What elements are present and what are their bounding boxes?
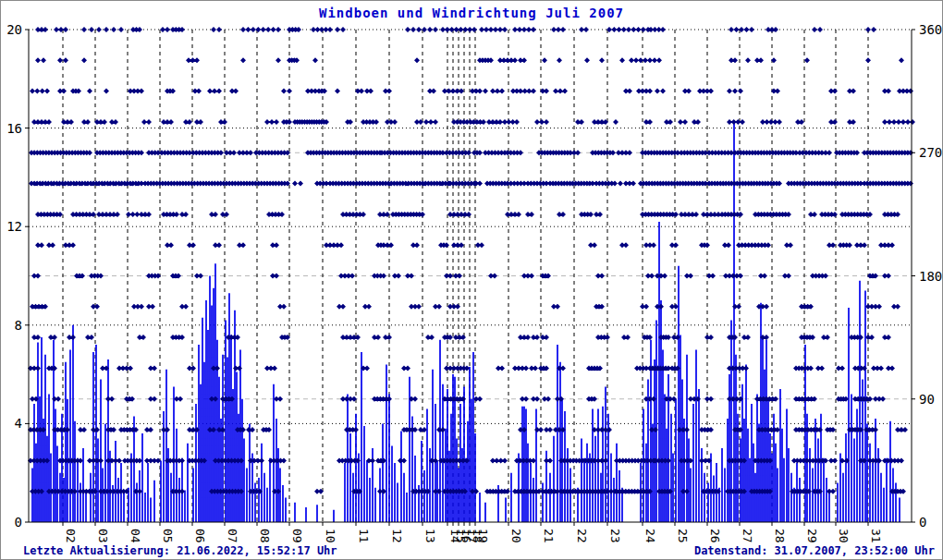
svg-text:09: 09 — [290, 529, 304, 543]
svg-text:13: 13 — [423, 529, 437, 543]
svg-text:12: 12 — [6, 219, 22, 234]
svg-text:12: 12 — [390, 529, 404, 543]
svg-text:23: 23 — [608, 529, 622, 543]
svg-text:30: 30 — [837, 529, 851, 543]
svg-text:29: 29 — [805, 529, 819, 543]
svg-text:26: 26 — [708, 529, 722, 543]
svg-text:02: 02 — [64, 529, 78, 543]
last-update-label: Letzte Aktualisierung: 21.06.2022, 15:52… — [23, 544, 337, 557]
svg-text:11: 11 — [357, 529, 371, 543]
svg-text:0: 0 — [919, 515, 926, 530]
svg-text:05: 05 — [161, 529, 175, 543]
svg-text:0: 0 — [15, 515, 22, 530]
svg-text:90: 90 — [919, 392, 935, 407]
svg-text:03: 03 — [96, 529, 110, 543]
svg-text:06: 06 — [193, 529, 207, 543]
day-axis-labels: 0203040506070809101112131415161718192021… — [64, 529, 883, 543]
svg-text:270: 270 — [919, 145, 942, 160]
svg-text:24: 24 — [643, 529, 657, 543]
svg-text:31: 31 — [869, 529, 883, 543]
svg-text:16: 16 — [6, 121, 22, 136]
svg-text:10: 10 — [324, 529, 337, 543]
left-axis-labels: 048121620 — [6, 22, 22, 530]
svg-text:4: 4 — [15, 416, 22, 431]
svg-text:19: 19 — [476, 529, 490, 543]
svg-text:27: 27 — [741, 529, 754, 543]
wind-chart-canvas: 0481216200901802703600203040506070809101… — [1, 1, 943, 560]
svg-text:8: 8 — [15, 318, 22, 333]
chart-panel: Windboen und Windrichtung Juli 2007 0481… — [0, 0, 943, 560]
svg-text:22: 22 — [575, 529, 589, 543]
data-status-label: Datenstand: 31.07.2007, 23:52:00 Uhr — [694, 544, 935, 557]
svg-text:28: 28 — [773, 529, 787, 543]
svg-text:360: 360 — [919, 22, 942, 37]
svg-text:20: 20 — [6, 22, 22, 37]
svg-text:04: 04 — [129, 529, 142, 543]
right-axis-labels: 090180270360 — [919, 22, 942, 530]
svg-text:21: 21 — [542, 529, 556, 543]
svg-text:08: 08 — [258, 529, 272, 543]
svg-text:20: 20 — [509, 529, 523, 543]
svg-text:07: 07 — [226, 529, 239, 543]
svg-text:180: 180 — [919, 269, 942, 284]
svg-text:25: 25 — [676, 529, 690, 543]
